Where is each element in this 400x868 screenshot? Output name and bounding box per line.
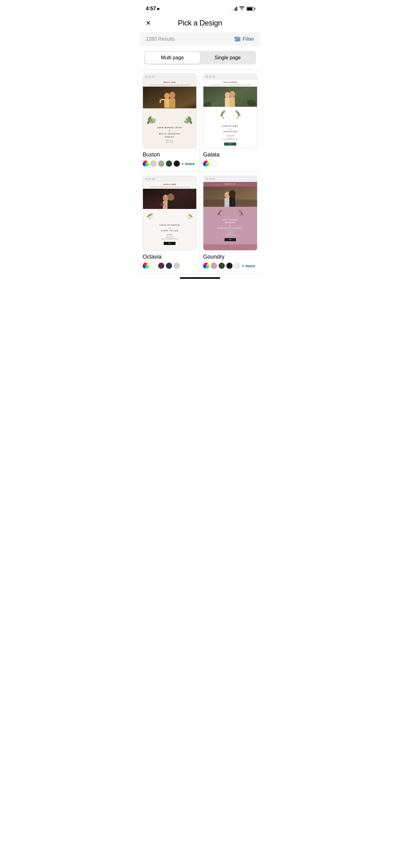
swatch-black[interactable] xyxy=(174,160,180,167)
swatch-rainbow[interactable] xyxy=(203,160,209,167)
filter-label: Filter xyxy=(242,36,254,42)
browser-dot-1 xyxy=(206,76,208,78)
swatch-rainbow[interactable] xyxy=(143,262,149,269)
buxton-date: JULY 13, 2024 xyxy=(143,142,196,144)
browser-chrome xyxy=(203,74,257,80)
galata-details: #CharlieTakestheKate July 13, 2024 San F… xyxy=(203,134,257,141)
home-bar xyxy=(180,277,220,279)
galata-wreath-icon xyxy=(218,108,243,120)
browser-dot-2 xyxy=(149,178,151,180)
svg-point-8 xyxy=(164,93,170,99)
svg-rect-39 xyxy=(167,200,174,209)
browser-dot-2 xyxy=(209,178,211,180)
buxton-couple-name: WILLA & JOHN xyxy=(143,80,196,85)
swatch-sage[interactable] xyxy=(158,160,164,167)
svg-point-44 xyxy=(188,217,191,220)
status-icons xyxy=(232,6,254,11)
goundry-nav-bar: SABRINA & LEO Home Wedding Party Schedul… xyxy=(203,182,257,187)
octavia-photo xyxy=(143,189,196,209)
signal-icon xyxy=(232,6,237,11)
galata-names: CHARLIE LEWIS and KATE MILLER xyxy=(203,123,257,134)
browser-chrome xyxy=(143,176,196,182)
buxton-photo xyxy=(143,87,196,108)
view-toggle: Multi page Single page xyxy=(144,51,256,65)
wifi-icon xyxy=(239,6,245,11)
header: ✕ Pick a Design xyxy=(139,16,261,32)
swatch-black[interactable] xyxy=(226,262,233,269)
octavia-nav: Home Wedding Party Schedule Travel Photo… xyxy=(143,187,196,189)
filter-button[interactable]: Filter xyxy=(234,36,254,42)
close-button[interactable]: ✕ xyxy=(146,19,151,27)
status-time: 4:57 xyxy=(146,6,156,12)
octavia-rsvp: RSVP xyxy=(164,242,175,245)
goundry-swatches: + more xyxy=(203,262,257,269)
svg-point-41 xyxy=(151,215,153,218)
svg-point-37 xyxy=(160,203,164,206)
buxton-swatches: + more xyxy=(143,160,197,167)
swatch-forest-green[interactable] xyxy=(219,262,225,269)
svg-point-45 xyxy=(186,215,189,218)
multipage-tab[interactable]: Multi page xyxy=(145,52,200,64)
svg-rect-52 xyxy=(229,197,235,207)
swatch-navy[interactable] xyxy=(166,262,172,269)
svg-rect-23 xyxy=(225,97,230,107)
design-item-octavia[interactable]: ALEXA & TARIQ Home Wedding Party Schedul… xyxy=(139,172,200,274)
buxton-floral-left xyxy=(143,108,196,124)
browser-dot-1 xyxy=(145,178,147,180)
browser-chrome xyxy=(143,74,196,80)
svg-point-5 xyxy=(236,40,238,41)
swatch-white[interactable] xyxy=(211,160,217,167)
svg-point-10 xyxy=(169,92,175,99)
goundry-names: LEO STEPHEN MONROE & SABRINA PAZ-DAVIES xyxy=(205,219,256,230)
svg-point-3 xyxy=(235,37,237,38)
singlepage-tab[interactable]: Single page xyxy=(200,52,255,64)
galata-nav: Home Wedding Party Schedule Travel Photo… xyxy=(203,85,257,87)
browser-dot-3 xyxy=(213,76,215,78)
swatch-tan[interactable] xyxy=(151,160,157,167)
svg-rect-50 xyxy=(225,198,230,207)
octavia-couple-name: ALEXA & TARIQ xyxy=(143,182,196,187)
browser-dot-1 xyxy=(206,178,208,180)
goundry-details: #MakingGoundry JULY 13, 2024 San Francis… xyxy=(205,230,256,237)
browser-dot-3 xyxy=(152,178,155,180)
buxton-preview: WILLA & JOHN Home Wedding Party Schedule… xyxy=(143,73,197,148)
goundry-botanical xyxy=(216,209,244,218)
swatch-rainbow[interactable] xyxy=(143,160,149,167)
filter-icon xyxy=(234,37,241,41)
octavia-content: ALEXA & TARIQ Home Wedding Party Schedul… xyxy=(143,182,196,250)
goundry-more-colors[interactable]: + more xyxy=(242,264,255,268)
svg-point-38 xyxy=(167,193,174,201)
page-title: Pick a Design xyxy=(178,19,222,27)
design-item-buxton[interactable]: WILLA & JOHN Home Wedding Party Schedule… xyxy=(139,70,200,172)
svg-point-24 xyxy=(229,91,235,97)
swatch-white[interactable] xyxy=(151,262,157,269)
swatch-pink[interactable] xyxy=(211,262,217,269)
battery-icon xyxy=(246,7,254,11)
swatch-rainbow[interactable] xyxy=(203,262,209,269)
design-item-galata[interactable]: KATE & CHARLIE Home Wedding Party Schedu… xyxy=(200,70,261,172)
browser-dot-2 xyxy=(149,76,151,78)
svg-rect-9 xyxy=(164,98,170,108)
results-count: 1280 Results xyxy=(146,36,174,42)
svg-point-54 xyxy=(218,211,222,213)
browser-dot-2 xyxy=(209,76,211,78)
goundry-preview: SABRINA & LEO Home Wedding Party Schedul… xyxy=(203,176,257,251)
browser-dot-1 xyxy=(145,76,147,78)
design-grid: WILLA & JOHN Home Wedding Party Schedule… xyxy=(139,69,261,274)
galata-rsvp: RSVP xyxy=(224,143,237,146)
browser-dot-3 xyxy=(152,76,155,78)
status-bar: 4:57 ▶ xyxy=(139,0,261,16)
design-item-goundry[interactable]: SABRINA & LEO Home Wedding Party Schedul… xyxy=(200,172,261,274)
swatch-tan[interactable] xyxy=(174,262,180,269)
goundry-text-content: LEO STEPHEN MONROE & SABRINA PAZ-DAVIES … xyxy=(203,207,257,244)
swatch-dark-green[interactable] xyxy=(166,160,172,167)
buxton-more-colors[interactable]: + more xyxy=(181,161,195,166)
swatch-cream[interactable] xyxy=(234,262,240,269)
svg-point-57 xyxy=(239,211,242,213)
svg-point-22 xyxy=(225,92,230,98)
svg-point-51 xyxy=(229,190,235,198)
galata-photo xyxy=(203,87,257,107)
goundry-name: Goundry xyxy=(203,254,257,260)
results-bar: 1280 Results Filter xyxy=(139,32,261,46)
swatch-burgundy[interactable] xyxy=(158,262,164,269)
